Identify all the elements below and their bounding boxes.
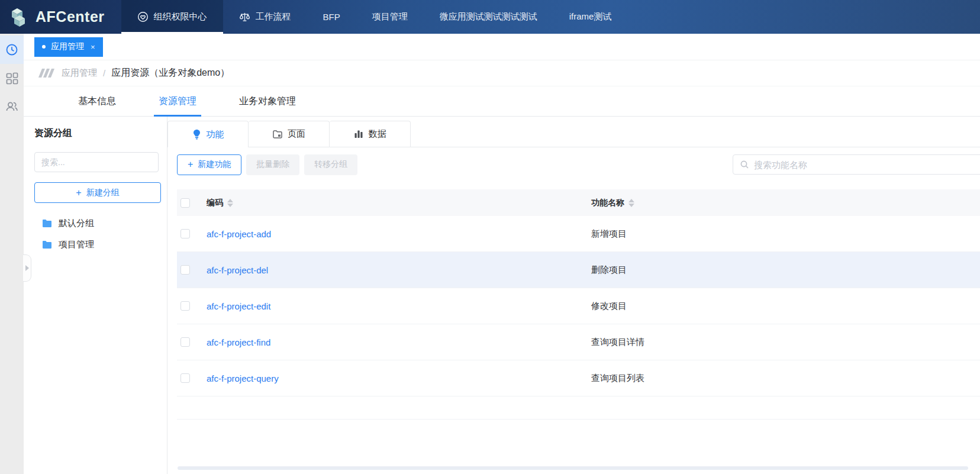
resource-type-tabs: 功能 页面	[167, 121, 980, 147]
table-row[interactable]: afc-f-project-del 删除项目	[177, 252, 980, 288]
rail-item-history[interactable]	[0, 36, 24, 64]
tab-label: 基本信息	[78, 95, 116, 108]
workspace-tab-app-mgmt[interactable]: 应用管理 ×	[34, 37, 103, 57]
batch-delete-button[interactable]: 批量删除	[246, 154, 299, 175]
nav-item-label: 组织权限中心	[154, 11, 207, 22]
nav-item-workflow[interactable]: 工作流程	[223, 0, 307, 34]
horizontal-scrollbar[interactable]	[178, 466, 968, 470]
table-row[interactable]: afc-f-project-edit 修改项目	[177, 288, 980, 324]
functions-table: 编码 功能名称 afc-f-project-add 新增项目	[177, 189, 980, 420]
row-checkbox[interactable]	[180, 373, 190, 383]
function-toolbar: + 新建功能 批量删除 转移分组	[177, 154, 980, 175]
function-search-box	[733, 154, 980, 175]
breadcrumb-separator: /	[103, 68, 105, 78]
users-icon	[5, 100, 18, 113]
group-tree: 默认分组 项目管理	[34, 212, 158, 255]
new-function-label: 新建功能	[198, 159, 231, 170]
afcenter-logo-icon	[9, 7, 30, 28]
nav-item-org-permission[interactable]: 组织权限中心	[121, 0, 223, 34]
panel-collapse-handle[interactable]	[23, 254, 31, 282]
group-search-input[interactable]	[34, 152, 159, 172]
chart-icon	[354, 130, 363, 138]
grid-icon	[6, 72, 18, 85]
function-code-link[interactable]: afc-f-project-edit	[207, 301, 591, 311]
table-header-row: 编码 功能名称	[177, 189, 980, 216]
transfer-group-button[interactable]: 转移分组	[304, 154, 357, 175]
table-row[interactable]: afc-f-project-add 新增项目	[177, 216, 980, 252]
group-label: 项目管理	[59, 239, 94, 250]
function-code-link[interactable]: afc-f-project-query	[207, 373, 591, 383]
function-name: 查询项目详情	[591, 337, 980, 348]
nav-item-label: 工作流程	[256, 11, 291, 22]
rail-item-apps[interactable]	[0, 64, 24, 92]
page-icon	[272, 130, 282, 139]
function-code-link[interactable]: afc-f-project-add	[207, 229, 591, 239]
transfer-group-label: 转移分组	[314, 159, 347, 170]
tab-data[interactable]: 数据	[330, 121, 411, 147]
close-icon[interactable]: ×	[91, 43, 95, 51]
column-label: 编码	[207, 198, 223, 208]
top-navbar: AFCenter 组织权限中心 工作流程 BFP	[0, 0, 980, 34]
row-checkbox[interactable]	[180, 337, 190, 347]
new-function-button[interactable]: + 新建功能	[177, 154, 241, 175]
nav-item-label: 微应用测试测试测试测试	[440, 11, 537, 22]
sort-caret-icon[interactable]	[628, 199, 634, 207]
nav-item-project-mgmt[interactable]: 项目管理	[356, 0, 424, 34]
column-header-code[interactable]: 编码	[207, 198, 591, 208]
group-item-project-mgmt[interactable]: 项目管理	[34, 234, 158, 255]
group-item-default[interactable]: 默认分组	[34, 212, 158, 234]
brand[interactable]: AFCenter	[0, 0, 121, 34]
table-row[interactable]: afc-f-project-query 查询项目列表	[177, 360, 980, 396]
function-name: 新增项目	[591, 228, 980, 240]
nav-item-microapp-test[interactable]: 微应用测试测试测试测试	[424, 0, 553, 34]
nav-item-bfp[interactable]: BFP	[307, 0, 356, 34]
resource-group-panel: 资源分组 + 新建分组 默认分组	[24, 117, 167, 474]
panel-title: 资源分组	[34, 127, 158, 140]
table-end-spacer	[177, 396, 980, 420]
clock-icon	[5, 43, 18, 56]
column-header-name[interactable]: 功能名称	[591, 198, 980, 208]
page-tabs: 基本信息 资源管理 业务对象管理	[24, 86, 980, 117]
plus-icon: +	[188, 159, 193, 170]
rail-item-users[interactable]	[0, 92, 24, 121]
tab-label: 功能	[207, 129, 224, 140]
row-checkbox[interactable]	[180, 229, 190, 238]
workspace-tab-label: 应用管理	[51, 41, 84, 52]
select-all-checkbox[interactable]	[180, 198, 190, 208]
nav-item-label: BFP	[323, 12, 340, 22]
function-code-link[interactable]: afc-f-project-find	[207, 337, 591, 347]
chevron-right-icon	[25, 265, 29, 271]
folder-icon	[42, 219, 52, 228]
tab-business-object-mgmt[interactable]: 业务对象管理	[225, 86, 310, 116]
nav-item-label: 项目管理	[372, 11, 408, 22]
heart-badge-icon	[137, 11, 149, 22]
nav-item-label: iframe测试	[569, 11, 612, 22]
tab-label: 数据	[369, 128, 386, 140]
tab-label: 资源管理	[159, 95, 196, 108]
new-group-button[interactable]: + 新建分组	[34, 182, 161, 203]
active-dot-icon	[42, 45, 46, 49]
row-checkbox[interactable]	[180, 265, 190, 275]
tab-label: 业务对象管理	[239, 95, 296, 108]
tab-basic-info[interactable]: 基本信息	[64, 86, 130, 116]
search-icon	[740, 160, 749, 169]
folder-icon	[42, 240, 52, 249]
nav-item-iframe-test[interactable]: iframe测试	[553, 0, 628, 34]
sort-caret-icon[interactable]	[227, 199, 233, 207]
breadcrumb-current: 应用资源（业务对象demo）	[111, 67, 230, 79]
row-checkbox[interactable]	[180, 301, 190, 311]
breadcrumb: 应用管理 / 应用资源（业务对象demo）	[24, 60, 980, 86]
breadcrumb-section[interactable]: 应用管理	[62, 67, 97, 79]
function-code-link[interactable]: afc-f-project-del	[207, 265, 591, 275]
function-name: 修改项目	[591, 301, 980, 312]
tab-pages[interactable]: 页面	[249, 121, 330, 147]
tab-functions[interactable]: 功能	[167, 121, 249, 147]
resource-main-panel: 功能 页面	[167, 117, 980, 474]
brand-name: AFCenter	[36, 8, 105, 25]
left-icon-rail	[0, 34, 24, 474]
nav-menu: 组织权限中心 工作流程 BFP 项目管理 微应用测试测试测试测试 iframe测…	[121, 0, 628, 34]
tab-resource-mgmt[interactable]: 资源管理	[144, 86, 211, 116]
function-search-input[interactable]	[754, 160, 980, 170]
batch-delete-label: 批量删除	[256, 159, 289, 170]
table-row[interactable]: afc-f-project-find 查询项目详情	[177, 324, 980, 360]
